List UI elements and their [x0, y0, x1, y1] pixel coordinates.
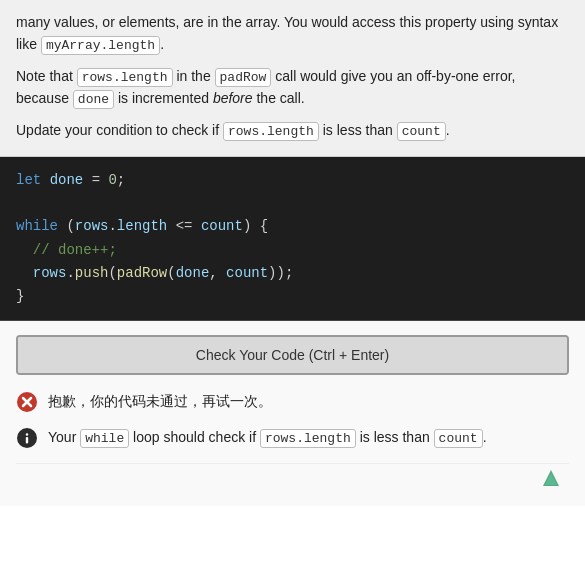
error-feedback: 抱歉，你的代码未通过，再试一次。 [16, 391, 569, 413]
rows-length-code1: rows.length [77, 68, 173, 87]
hint-feedback: Your while loop should check if rows.len… [16, 427, 569, 449]
code-line-4: // done++; [16, 239, 569, 262]
instruction-section: many values, or elements, are in the arr… [0, 0, 585, 157]
check-button-wrapper[interactable]: Check Your Code (Ctrl + Enter) [16, 335, 569, 375]
para1-code: myArray.length [41, 36, 160, 55]
hint-end: . [483, 429, 487, 445]
para3-mid: is less than [319, 122, 397, 138]
padrow-code: padRow [215, 68, 272, 87]
feedback-section: Check Your Code (Ctrl + Enter) 抱歉，你的代码未通… [0, 321, 585, 506]
freecodecamp-icon [541, 468, 561, 488]
code-line-2 [16, 192, 569, 215]
code-line-3: while (rows.length <= count) { [16, 215, 569, 238]
rows-length-hint: rows.length [260, 429, 356, 448]
instruction-para3: Update your condition to check if rows.l… [16, 120, 569, 142]
code-line-5: rows.push(padRow(done, count)); [16, 262, 569, 285]
svg-point-4 [26, 433, 28, 435]
instruction-para1: many values, or elements, are in the arr… [16, 12, 569, 56]
svg-rect-5 [26, 437, 28, 444]
para2-end: the call. [253, 90, 305, 106]
hint-mid: loop should check if [129, 429, 260, 445]
para3-start: Update your condition to check if [16, 122, 223, 138]
hint-mid2: is less than [356, 429, 434, 445]
rows-length-code2: rows.length [223, 122, 319, 141]
error-text: 抱歉，你的代码未通过，再试一次。 [48, 391, 272, 413]
hint-start: Your [48, 429, 80, 445]
count-code1: count [397, 122, 446, 141]
bottom-bar [16, 463, 569, 492]
while-code: while [80, 429, 129, 448]
para3-end: . [446, 122, 450, 138]
hint-text: Your while loop should check if rows.len… [48, 427, 487, 449]
done-code: done [73, 90, 114, 109]
para1-end: . [160, 36, 164, 52]
before-em: before [213, 90, 253, 106]
error-icon [16, 391, 38, 413]
code-editor[interactable]: let done = 0; while (rows.length <= coun… [0, 157, 585, 321]
para2-start: Note that [16, 68, 77, 84]
para2-mid1: in the [173, 68, 215, 84]
count-hint: count [434, 429, 483, 448]
code-line-1: let done = 0; [16, 169, 569, 192]
code-line-6: } [16, 285, 569, 308]
hint-icon [16, 427, 38, 449]
instruction-para2: Note that rows.length in the padRow call… [16, 66, 569, 110]
check-button[interactable]: Check Your Code (Ctrl + Enter) [18, 337, 567, 373]
para2-mid3: is incremented [114, 90, 213, 106]
